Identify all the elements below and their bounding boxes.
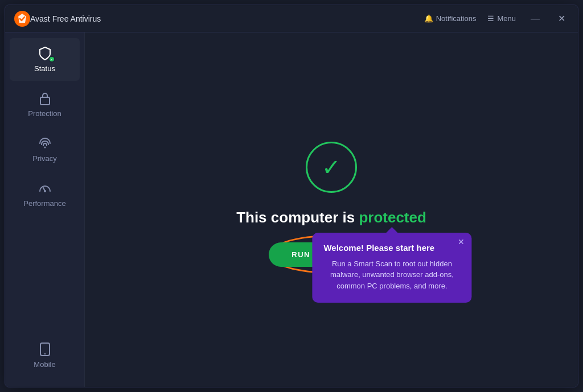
minimize-button[interactable]: — bbox=[527, 13, 543, 25]
sidebar-mobile-label: Mobile bbox=[34, 360, 55, 369]
app-logo bbox=[14, 11, 30, 27]
shield-icon bbox=[38, 46, 52, 61]
gauge-icon bbox=[38, 181, 52, 196]
main-content: ✓ This computer is protected RUN SMART S… bbox=[85, 32, 578, 387]
sidebar-performance-label: Performance bbox=[23, 199, 65, 208]
svg-point-3 bbox=[44, 190, 46, 192]
sidebar-status-label: Status bbox=[34, 64, 55, 73]
status-text: This computer is protected bbox=[236, 209, 426, 226]
sidebar: Status Protection bbox=[5, 32, 85, 387]
sidebar-protection-label: Protection bbox=[28, 109, 61, 118]
status-line1: This computer is bbox=[236, 209, 359, 226]
sidebar-bottom: Mobile bbox=[5, 333, 84, 387]
sidebar-item-privacy[interactable]: Privacy bbox=[10, 128, 80, 171]
app-title: Avast Free Antivirus bbox=[30, 14, 424, 23]
close-button[interactable]: ✕ bbox=[555, 12, 569, 25]
tooltip-title: Welcome! Please start here bbox=[323, 243, 460, 253]
titlebar-actions: 🔔 Notifications ☰ Menu — ✕ bbox=[424, 12, 569, 25]
status-badge bbox=[48, 56, 55, 63]
welcome-tooltip: ✕ Welcome! Please start here Run a Smart… bbox=[312, 233, 471, 303]
sidebar-item-mobile[interactable]: Mobile bbox=[10, 334, 80, 377]
main-layout: Status Protection bbox=[5, 32, 578, 387]
menu-icon: ☰ bbox=[487, 14, 494, 23]
tooltip-arrow bbox=[386, 227, 397, 233]
fingerprint-icon bbox=[38, 136, 52, 151]
menu-button[interactable]: ☰ Menu bbox=[487, 14, 516, 23]
sidebar-item-protection[interactable]: Protection bbox=[10, 83, 80, 126]
sidebar-item-performance[interactable]: Performance bbox=[10, 173, 80, 216]
app-window: Avast Free Antivirus 🔔 Notifications ☰ M… bbox=[5, 5, 578, 387]
tooltip-body: Run a Smart Scan to root out hidden malw… bbox=[323, 258, 460, 292]
sidebar-item-status[interactable]: Status bbox=[10, 38, 80, 81]
protected-circle: ✓ bbox=[306, 142, 357, 193]
titlebar: Avast Free Antivirus 🔔 Notifications ☰ M… bbox=[5, 5, 578, 32]
checkmark-icon: ✓ bbox=[322, 154, 341, 180]
mobile-icon bbox=[39, 342, 51, 357]
lock-icon bbox=[39, 91, 51, 106]
bell-icon: 🔔 bbox=[424, 14, 433, 23]
svg-rect-1 bbox=[40, 97, 50, 105]
svg-point-5 bbox=[44, 353, 45, 354]
notifications-button[interactable]: 🔔 Notifications bbox=[424, 14, 477, 23]
svg-point-2 bbox=[44, 147, 46, 148]
status-highlight: protected bbox=[359, 209, 426, 226]
sidebar-privacy-label: Privacy bbox=[32, 154, 57, 163]
tooltip-close-button[interactable]: ✕ bbox=[458, 237, 465, 246]
